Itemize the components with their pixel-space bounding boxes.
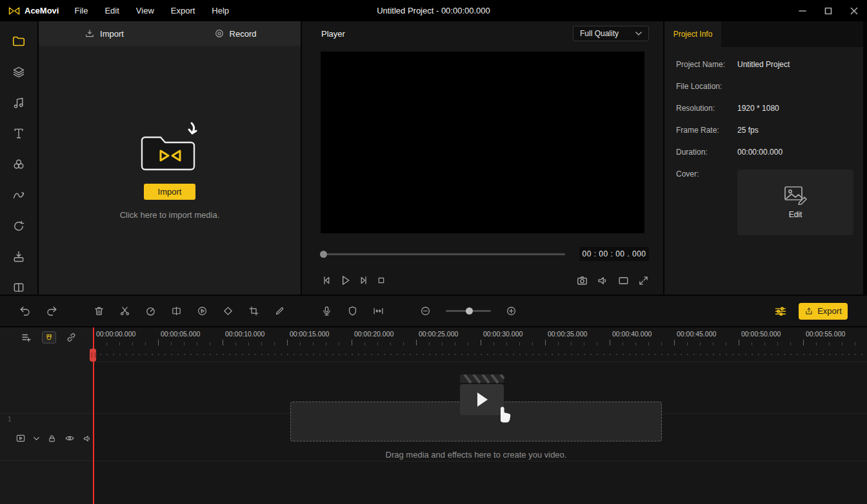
tab-project-info[interactable]: Project Info: [664, 21, 721, 47]
crop-button[interactable]: [248, 305, 259, 316]
sidebar-item-media[interactable]: [10, 34, 27, 48]
ruler-label: 00:00:35.000: [548, 330, 587, 338]
media-panel: Import Record Import Click here to impor…: [39, 21, 301, 295]
denoise-shield-button[interactable]: [347, 305, 358, 316]
preview-play-button[interactable]: [197, 305, 208, 316]
seek-thumb[interactable]: [320, 251, 327, 258]
quality-dropdown[interactable]: Full Quality: [573, 26, 649, 41]
menu-export[interactable]: Export: [171, 6, 195, 15]
track-controls: [15, 433, 92, 443]
media-tabs: Import Record: [39, 21, 301, 46]
sidebar-item-filters[interactable]: [10, 157, 27, 171]
keyframe-button[interactable]: [223, 305, 234, 316]
track-lock-toggle[interactable]: [47, 434, 57, 443]
redo-button[interactable]: [46, 305, 57, 317]
split-button[interactable]: [171, 305, 182, 316]
link-clips-button[interactable]: [66, 332, 77, 343]
sidebar-item-transitions[interactable]: [10, 188, 27, 202]
undo-button[interactable]: [19, 305, 31, 317]
menu-view[interactable]: View: [136, 6, 154, 15]
field-label: Project Name:: [676, 60, 737, 73]
magnet-snap-toggle[interactable]: [42, 331, 56, 344]
track-visibility-toggle[interactable]: [65, 433, 75, 443]
layers-icon: [12, 66, 25, 79]
app-name: AceMovi: [25, 6, 59, 15]
ruler-subticks: [94, 345, 867, 362]
timeline-tracks-area[interactable]: 00:00:00.000 00:00:05.000 00:00:10.000 0…: [94, 327, 867, 504]
track-mute-toggle[interactable]: [83, 434, 92, 443]
ruler-label: 00:00:20.000: [354, 330, 394, 338]
zoom-slider[interactable]: [446, 310, 491, 312]
fit-timeline-button[interactable]: [373, 305, 384, 316]
previous-frame-button[interactable]: [321, 275, 332, 286]
project-info-tabs: Project Info: [664, 21, 863, 47]
titlebar: AceMovi File Edit View Export Help Untit…: [0, 0, 867, 21]
add-track-button[interactable]: [21, 332, 32, 344]
stop-button[interactable]: [376, 275, 386, 286]
field-label: File Location:: [676, 82, 737, 95]
close-button[interactable]: [841, 0, 867, 21]
track-type-icon[interactable]: [15, 433, 26, 443]
field-frame-rate: Frame Rate: 25 fps: [676, 126, 863, 139]
timeline-toolbar: Export: [0, 296, 867, 326]
zoom-in-button[interactable]: [506, 305, 517, 316]
tab-record[interactable]: Record: [170, 21, 301, 46]
playhead-handle[interactable]: [90, 349, 96, 362]
play-button[interactable]: [339, 274, 352, 287]
volume-button[interactable]: [597, 275, 609, 287]
import-button[interactable]: Import: [144, 184, 195, 200]
fullscreen-button[interactable]: [638, 275, 649, 286]
menubar: File Edit View Export Help: [74, 6, 229, 15]
app-logo: AceMovi: [0, 5, 65, 17]
sidebar-item-text[interactable]: [10, 127, 27, 141]
filters-icon: [12, 158, 25, 171]
next-frame-button[interactable]: [358, 275, 370, 286]
track-dropdown-caret[interactable]: [34, 436, 39, 441]
display-mode-button[interactable]: [617, 275, 630, 287]
delete-button[interactable]: [94, 305, 105, 316]
acemovi-logo-icon: [8, 5, 21, 17]
tab-import[interactable]: Import: [39, 21, 170, 46]
cover-edit-button[interactable]: Edit: [737, 170, 853, 235]
ruler-label: 00:00:10.000: [225, 330, 264, 338]
seek-bar[interactable]: [321, 253, 565, 255]
track-number: 1: [8, 416, 12, 423]
export-label: Export: [817, 306, 842, 316]
video-preview[interactable]: [321, 52, 644, 233]
seek-row: 00 : 00 : 00 . 000: [321, 246, 649, 262]
export-button[interactable]: Export: [799, 303, 848, 320]
edit-button[interactable]: [274, 305, 285, 316]
menu-file[interactable]: File: [74, 6, 88, 15]
adjust-settings-button[interactable]: [774, 305, 787, 318]
cut-button[interactable]: [119, 305, 130, 316]
field-label: Resolution:: [676, 104, 737, 117]
zoom-out-button[interactable]: [420, 305, 431, 316]
toolbar-right: Export: [774, 303, 867, 320]
field-label: Cover:: [676, 170, 737, 235]
minimize-button[interactable]: [790, 0, 815, 21]
maximize-button[interactable]: [815, 0, 841, 21]
player-tools: [576, 275, 649, 287]
sidebar-item-audio[interactable]: [10, 96, 27, 110]
speed-button[interactable]: [145, 305, 156, 316]
voiceover-mic-button[interactable]: [321, 305, 332, 316]
zoom-slider-knob[interactable]: [466, 307, 473, 315]
quality-value: Full Quality: [580, 29, 619, 38]
menu-edit[interactable]: Edit: [105, 6, 119, 15]
player-controls: [321, 271, 649, 289]
text-icon: [12, 127, 25, 140]
import-folder-graphic[interactable]: [139, 121, 201, 175]
sidebar-item-split-screen[interactable]: [10, 280, 27, 295]
timeline-ruler[interactable]: 00:00:00.000 00:00:05.000 00:00:10.000 0…: [94, 327, 867, 345]
ruler-label: 00:00:05.000: [161, 330, 200, 338]
menu-help[interactable]: Help: [212, 6, 229, 15]
sidebar-item-import[interactable]: [10, 250, 27, 264]
import-tab-icon: [85, 28, 95, 39]
snapshot-camera-button[interactable]: [576, 275, 588, 287]
timeline: 1 00:00:00.000 00:00:05.000 00:00:10.000…: [0, 327, 867, 504]
ruler-label: 00:00:40.000: [612, 330, 652, 338]
field-value: Untitled Project: [737, 60, 790, 73]
sidebar-item-animations[interactable]: [10, 219, 27, 233]
ruler-label: 00:00:45.000: [677, 330, 716, 338]
sidebar-item-elements[interactable]: [10, 65, 27, 79]
